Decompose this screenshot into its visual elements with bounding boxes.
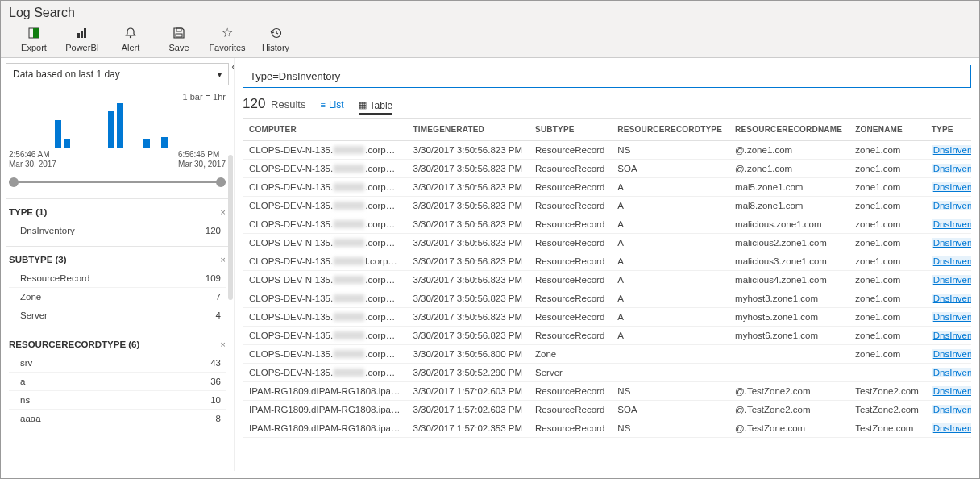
table-row[interactable]: CLOPS-DEV-N-135..corp…3/30/2017 3:50:56.… xyxy=(243,215,971,233)
chart-time-labels: 2:56:46 AM Mar 30, 2017 6:56:46 PM Mar 3… xyxy=(6,148,229,169)
type-link[interactable]: DnsInventory xyxy=(932,423,971,433)
type-link[interactable]: DnsInventory xyxy=(932,368,971,377)
table-row[interactable]: IPAM-RG1809.dIPAM-RG1808.ipa…3/30/2017 1… xyxy=(243,400,971,419)
slider-handle-end[interactable] xyxy=(216,177,226,187)
facet-title: TYPE (1) xyxy=(9,207,47,217)
save-icon xyxy=(172,27,185,40)
table-row[interactable]: IPAM-RG1809.dIPAM-RG1808.ipa…3/30/2017 1… xyxy=(243,381,971,400)
chart-legend: 1 bar = 1hr xyxy=(6,92,226,102)
facet-item[interactable]: ns10 xyxy=(9,391,226,410)
table-row[interactable]: CLOPS-DEV-N-135..corp…3/30/2017 3:50:56.… xyxy=(243,326,971,344)
histogram-bar[interactable] xyxy=(161,137,168,148)
histogram-bar[interactable] xyxy=(143,139,150,148)
column-header[interactable]: TYPE xyxy=(925,119,971,141)
histogram-bar[interactable] xyxy=(55,120,61,148)
svg-rect-1 xyxy=(33,28,39,38)
type-link[interactable]: DnsInventory xyxy=(932,182,971,192)
type-link[interactable]: DnsInventory xyxy=(932,349,971,359)
svg-point-5 xyxy=(130,36,131,38)
page-title: Log Search xyxy=(9,6,971,20)
type-link[interactable]: DnsInventory xyxy=(932,145,971,155)
table-row[interactable]: CLOPS-DEV-N-135..corp…3/30/2017 3:50:56.… xyxy=(243,140,971,159)
type-link[interactable]: DnsInventory xyxy=(932,256,971,266)
toolbar: Export PowerBI Alert Save ☆ Favorites Hi… xyxy=(9,27,971,52)
table-row[interactable]: CLOPS-DEV-N-135..corp…3/30/2017 3:50:56.… xyxy=(243,233,971,252)
type-link[interactable]: DnsInventory xyxy=(932,238,971,248)
history-button[interactable]: History xyxy=(262,27,289,52)
histogram-bar[interactable] xyxy=(108,111,114,148)
save-button[interactable]: Save xyxy=(165,27,193,52)
svg-rect-4 xyxy=(84,28,86,38)
collapse-sidebar-chevron-icon[interactable]: ‹ xyxy=(231,60,235,73)
facet-title: SUBTYPE (3) xyxy=(9,255,67,264)
type-link[interactable]: DnsInventory xyxy=(932,386,971,396)
results-table-wrap[interactable]: COMPUTERTIMEGENERATEDSUBTYPERESOURCERECO… xyxy=(243,118,971,472)
type-link[interactable]: DnsInventory xyxy=(932,312,971,322)
time-range-slider[interactable] xyxy=(9,177,226,187)
table-row[interactable]: IPAM-RG1809.dIPAM-RG1808.ipa…3/30/2017 1… xyxy=(243,419,971,437)
alert-button[interactable]: Alert xyxy=(117,27,144,52)
column-header[interactable]: TIMEGENERATED xyxy=(406,119,529,141)
powerbi-button[interactable]: PowerBI xyxy=(69,27,96,52)
column-header[interactable]: COMPUTER xyxy=(243,119,406,141)
results-count: 120 xyxy=(243,96,265,111)
type-link[interactable]: DnsInventory xyxy=(932,294,971,303)
star-icon: ☆ xyxy=(221,27,234,40)
facet-title: RESOURCERECORDTYPE (6) xyxy=(9,339,139,349)
export-button[interactable]: Export xyxy=(20,27,48,52)
facet-group: SUBTYPE (3)×ResourceRecord109Zone7Server… xyxy=(6,246,229,331)
histogram-bar[interactable] xyxy=(117,103,123,148)
results-bar: 120 Results ≡ List ▦ Table xyxy=(243,96,971,115)
table-icon: ▦ xyxy=(359,100,367,110)
sidebar: ‹ Data based on last 1 day ▾ 1 bar = 1hr… xyxy=(1,58,235,471)
type-link[interactable]: DnsInventory xyxy=(932,275,971,285)
histogram-bar[interactable] xyxy=(64,139,70,148)
slider-handle-start[interactable] xyxy=(9,177,19,187)
facet-item[interactable]: ResourceRecord109 xyxy=(9,269,226,288)
list-icon: ≡ xyxy=(320,100,325,110)
facet-item[interactable]: Zone7 xyxy=(9,288,226,306)
time-histogram[interactable] xyxy=(6,103,229,148)
type-link[interactable]: DnsInventory xyxy=(932,219,971,229)
table-row[interactable]: CLOPS-DEV-N-135..corp…3/30/2017 3:50:56.… xyxy=(243,344,971,363)
table-row[interactable]: CLOPS-DEV-N-135..corp…3/30/2017 3:50:56.… xyxy=(243,270,971,289)
facet-group: RESOURCERECORDTYPE (6)×srv43a36ns10aaaa8 xyxy=(6,331,229,434)
column-header[interactable]: RESOURCERECORDNAME xyxy=(729,119,849,141)
facet-item[interactable]: Server4 xyxy=(9,306,226,324)
facet-item[interactable]: a36 xyxy=(9,373,226,391)
type-link[interactable]: DnsInventory xyxy=(932,405,971,414)
results-table: COMPUTERTIMEGENERATEDSUBTYPERESOURCERECO… xyxy=(243,119,971,438)
table-row[interactable]: CLOPS-DEV-N-135..corp…3/30/2017 3:50:56.… xyxy=(243,196,971,215)
type-link[interactable]: DnsInventory xyxy=(932,164,971,173)
table-row[interactable]: CLOPS-DEV-N-135.l.corp…3/30/2017 3:50:56… xyxy=(243,252,971,270)
chevron-down-icon: ▾ xyxy=(218,70,222,79)
facet-clear-icon[interactable]: × xyxy=(220,255,226,264)
column-header[interactable]: RESOURCERECORDTYPE xyxy=(611,119,729,141)
facet-item[interactable]: srv43 xyxy=(9,354,226,373)
type-link[interactable]: DnsInventory xyxy=(932,201,971,210)
query-input[interactable] xyxy=(243,65,971,88)
view-table-toggle[interactable]: ▦ Table xyxy=(359,100,393,115)
table-row[interactable]: CLOPS-DEV-N-135..corp…3/30/2017 3:50:56.… xyxy=(243,289,971,307)
svg-rect-2 xyxy=(77,33,80,38)
facet-group: TYPE (1)×DnsInventory120 xyxy=(6,198,229,246)
column-header[interactable]: ZONENAME xyxy=(849,119,925,141)
type-link[interactable]: DnsInventory xyxy=(932,331,971,340)
table-row[interactable]: CLOPS-DEV-N-135..corp…3/30/2017 3:50:56.… xyxy=(243,159,971,177)
favorites-button[interactable]: ☆ Favorites xyxy=(214,27,241,52)
facet-item[interactable]: aaaa8 xyxy=(9,410,226,427)
app-header: Log Search Export PowerBI Alert Save ☆ F… xyxy=(1,1,979,58)
time-range-dropdown[interactable]: Data based on last 1 day ▾ xyxy=(6,63,229,85)
history-icon xyxy=(269,27,282,40)
sidebar-scrollbar[interactable] xyxy=(228,155,233,300)
facet-clear-icon[interactable]: × xyxy=(220,339,226,349)
table-row[interactable]: CLOPS-DEV-N-135..corp…3/30/2017 3:50:56.… xyxy=(243,307,971,326)
table-row[interactable]: CLOPS-DEV-N-135..corp…3/30/2017 3:50:56.… xyxy=(243,177,971,196)
column-header[interactable]: SUBTYPE xyxy=(529,119,611,141)
view-list-toggle[interactable]: ≡ List xyxy=(320,99,343,110)
svg-rect-7 xyxy=(176,34,182,37)
facet-item[interactable]: DnsInventory120 xyxy=(9,222,226,240)
main-panel: 120 Results ≡ List ▦ Table COMPUTERTIMEG… xyxy=(235,58,979,471)
table-row[interactable]: CLOPS-DEV-N-135..corp…3/30/2017 3:50:52.… xyxy=(243,363,971,381)
facet-clear-icon[interactable]: × xyxy=(220,207,226,217)
